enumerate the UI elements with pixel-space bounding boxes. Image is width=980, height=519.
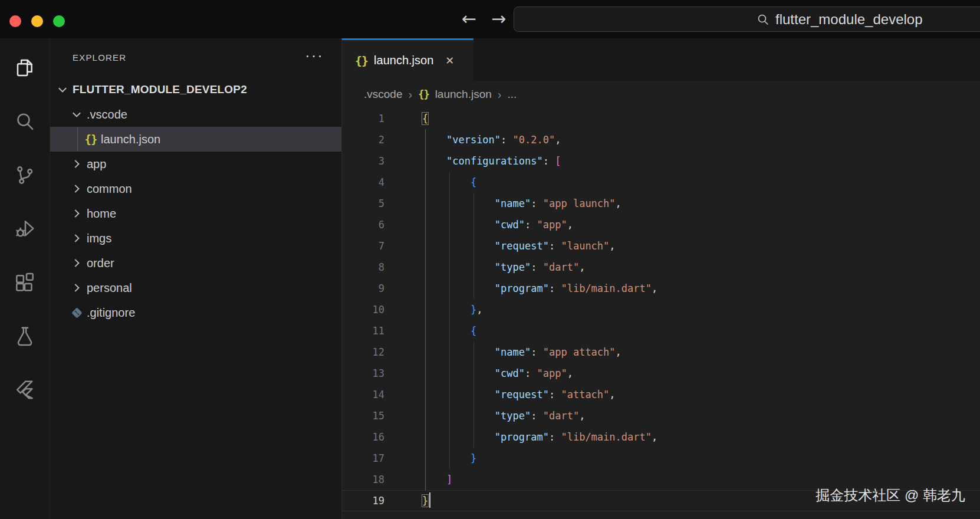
tree-item-launch-json[interactable]: {}launch.json [50,127,341,152]
line-number: 3 [342,150,384,172]
activity-item-testing[interactable] [0,309,50,363]
tree-item-label: order [87,257,114,270]
line-number: 17 [342,448,384,469]
code-line: 4 { [342,172,980,193]
traffic-light-zoom[interactable] [53,15,65,27]
file-icon-slot: {} [83,132,98,147]
chevron-down-icon [69,107,84,122]
search-icon [756,12,770,27]
views-and-more-actions-icon[interactable]: ··· [305,47,324,65]
tree-item-label: personal [87,281,132,295]
command-center-content: flutter_module_develop [756,7,923,31]
code-line-content[interactable]: "name": "app attach", [422,341,621,363]
tree-item-app[interactable]: app [50,152,341,176]
code-line-content[interactable]: "type": "dart", [422,405,585,426]
activity-item-search[interactable] [0,94,50,148]
breadcrumb: .vscode›{}launch.json›... [342,81,980,108]
testing-icon [13,324,37,348]
traffic-light-minimize[interactable] [31,15,43,27]
chevron-right-icon [69,280,84,295]
code-line-content[interactable]: "name": "app launch", [422,193,621,214]
line-number: 18 [342,469,384,490]
debug-icon [13,217,37,241]
tab-label: launch.json [374,54,433,67]
tree-item--gitignore[interactable]: .gitignore [50,300,341,325]
code-line-content[interactable]: } [422,490,430,511]
code-line-content[interactable]: "version": "0.2.0", [422,129,561,150]
activity-bar [0,38,50,519]
code-line: 9 "program": "lib/main.dart", [342,278,980,299]
chevron-right-icon [69,231,84,246]
activity-item-explorer[interactable] [0,41,50,94]
close-icon[interactable]: ✕ [445,54,454,67]
traffic-light-close[interactable] [9,15,21,27]
code-line-content[interactable]: "cwd": "app", [422,214,573,235]
code-line-content[interactable]: { [422,172,476,193]
line-number: 13 [342,363,384,384]
code-line: 14 "request": "attach", [342,384,980,405]
window-controls [9,15,65,27]
activity-item-run-debug[interactable] [0,202,50,255]
tree-item-common[interactable]: common [50,176,341,201]
code-line-content[interactable]: ] [422,469,452,490]
code-line-content[interactable]: }, [422,299,482,320]
code-line-content[interactable]: "request": "attach", [422,384,616,405]
line-number: 11 [342,320,384,341]
code-line-content[interactable]: "cwd": "app", [422,363,573,384]
vscode-window: ← → flutter_module_develop EXPLORER ··· … [0,0,980,519]
extensions-icon [13,271,37,294]
code-line: 12 "name": "app attach", [342,341,980,363]
code-line-content[interactable]: "type": "dart", [422,257,585,278]
chevron-right-icon [69,156,84,172]
code-line-content[interactable]: "program": "lib/main.dart", [422,426,657,448]
chevron-right-icon [69,255,84,271]
line-number: 15 [342,405,384,426]
scm-icon [13,163,37,187]
tree-item-order[interactable]: order [50,251,341,275]
code-line-content[interactable]: "configurations": [ [422,150,561,172]
tree-item-label: FLUTTER_MODULE_DEVELOP2 [73,83,247,96]
activity-item-source-control[interactable] [0,148,50,202]
tree-item-flutter-module-develop2[interactable]: FLUTTER_MODULE_DEVELOP2 [50,77,341,102]
line-number: 14 [342,384,384,405]
code-line-content[interactable]: { [422,108,428,129]
files-icon [13,56,37,80]
command-center-search[interactable]: flutter_module_develop [514,6,980,32]
json-file-icon: {} [85,133,97,146]
nav-back-icon[interactable]: ← [462,7,476,31]
code-line: 17 } [342,448,980,469]
tree-indent-guide [77,127,78,152]
tree-item-imgs[interactable]: imgs [50,226,341,251]
breadcrumb-item[interactable]: ... [507,88,517,101]
code-line-content[interactable]: } [422,448,476,469]
code-line-content[interactable]: "program": "lib/main.dart", [422,278,657,299]
command-center-text: flutter_module_develop [775,11,923,28]
json-file-icon: {} [355,54,368,68]
code-line: 7 "request": "launch", [342,235,980,257]
tree-item-label: app [87,157,106,171]
activity-item-flutter[interactable] [0,363,50,416]
code-line: 8 "type": "dart", [342,257,980,278]
line-number: 8 [342,257,384,278]
activity-item-extensions[interactable] [0,255,50,309]
code-editor[interactable]: 1{2 "version": "0.2.0",3 "configurations… [342,108,980,519]
code-line: 10 }, [342,299,980,320]
tree-item-home[interactable]: home [50,201,341,226]
breadcrumb-item[interactable]: launch.json [435,88,492,101]
code-line: 11 { [342,320,980,341]
json-file-icon: {} [418,88,429,100]
explorer-title: EXPLORER [73,52,126,63]
code-line-content[interactable]: { [422,320,476,341]
tree-item-label: imgs [87,232,111,245]
tree-item-personal[interactable]: personal [50,275,341,300]
nav-forward-icon[interactable]: → [491,7,506,31]
tree-item-label: launch.json [101,133,160,146]
code-line-content[interactable]: "request": "launch", [422,235,616,257]
line-number: 6 [342,214,384,235]
tree-item--vscode[interactable]: .vscode [50,102,341,127]
tab-launch-json[interactable]: {} launch.json ✕ [342,38,473,81]
breadcrumb-item[interactable]: .vscode [364,88,402,101]
code-line: 13 "cwd": "app", [342,363,980,384]
title-bar: ← → flutter_module_develop [0,0,980,38]
line-number: 4 [342,172,384,193]
